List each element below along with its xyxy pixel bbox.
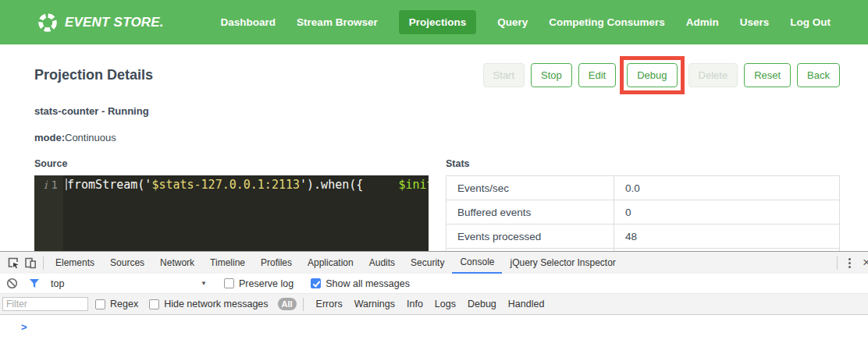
level-filter-info[interactable]: Info (407, 299, 423, 309)
stat-value: 0.0 (614, 176, 840, 200)
level-filter-logs[interactable]: Logs (435, 299, 456, 309)
hide-network-group: Hide network messages (149, 299, 268, 309)
projection-action-buttons: StartStopEditDebugDeleteResetBack (483, 56, 840, 94)
title-row: Projection Details StartStopEditDebugDel… (34, 59, 840, 90)
stat-value: 0 (614, 200, 840, 225)
app-header: EVENT STORE. DashboardStream BrowserProj… (0, 0, 868, 44)
tabbar-right-controls: × (833, 252, 868, 274)
show-all-messages-label: Show all messages (326, 278, 410, 289)
devtools-menu-icon[interactable] (841, 258, 858, 268)
devtools-panel: ElementsSourcesNetworkTimelineProfilesAp… (0, 251, 868, 343)
start-button[interactable]: Start (483, 63, 525, 87)
stat-name: Events/sec (446, 176, 614, 200)
reset-button[interactable]: Reset (744, 63, 791, 87)
device-toolbar-icon[interactable] (22, 254, 39, 271)
page-title: Projection Details (34, 67, 153, 83)
stats-label: Stats (446, 158, 840, 169)
main-nav: DashboardStream BrowserProjectionsQueryC… (221, 10, 831, 34)
show-all-messages-group: Show all messages (311, 278, 410, 289)
nav-item-admin[interactable]: Admin (686, 16, 719, 28)
devtools-tab-profiles[interactable]: Profiles (253, 252, 300, 274)
console-level-filters: ErrorsWarningsInfoLogsDebugHandled (316, 299, 545, 309)
nav-item-competing-consumers[interactable]: Competing Consumers (549, 16, 665, 28)
edit-button[interactable]: Edit (578, 63, 616, 87)
level-filter-handled[interactable]: Handled (508, 299, 545, 309)
regex-checkbox[interactable] (95, 299, 105, 309)
code-line: fromStream('$stats-127.0.0.1:2113').when… (63, 175, 429, 251)
code-token: $stats-127.0.0.1:2113 (151, 178, 300, 192)
code-token: ' (300, 178, 307, 192)
stats-panel: Stats Events/sec0.0Buffered events0Event… (446, 158, 840, 251)
stat-name: Buffered events (446, 200, 614, 225)
execution-context-selector[interactable]: top ▼ (51, 278, 207, 289)
source-code-editor[interactable]: i 1 fromStream('$stats-127.0.0.1:2113').… (34, 175, 429, 251)
devtools-tab-timeline[interactable]: Timeline (202, 252, 253, 274)
projection-details-page: Projection Details StartStopEditDebugDel… (0, 44, 868, 251)
console-filter-funnel-icon[interactable] (26, 275, 43, 292)
detail-columns: Source i 1 fromStream('$stats-127.0.0.1:… (34, 158, 840, 251)
tabbar-right-separator (837, 256, 838, 270)
devtools-close-icon[interactable]: × (858, 255, 868, 271)
devtools-tab-jquery-selector-inspector[interactable]: jQuery Selector Inspector (502, 252, 623, 274)
devtools-tab-network[interactable]: Network (152, 252, 202, 274)
devtools-tab-sources[interactable]: Sources (102, 252, 152, 274)
hide-network-messages-label: Hide network messages (164, 299, 268, 309)
editor-gutter: i 1 (34, 175, 63, 251)
console-filter-bar: Regex Hide network messages All ErrorsWa… (0, 294, 868, 315)
console-toolbar: top ▼ Preserve log Show all messages (0, 274, 868, 294)
nav-item-projections[interactable]: Projections (399, 10, 477, 34)
source-label: Source (34, 158, 429, 169)
code-token: $init: (398, 178, 429, 192)
stop-button[interactable]: Stop (531, 63, 572, 87)
source-panel: Source i 1 fromStream('$stats-127.0.0.1:… (34, 158, 429, 251)
devtools-tabs: ElementsSourcesNetworkTimelineProfilesAp… (48, 252, 624, 274)
projection-status: stats-counter - Running (34, 105, 840, 117)
gutter-info-marker: i (44, 177, 47, 193)
devtools-tab-console[interactable]: Console (452, 252, 502, 274)
logo-text: EVENT STORE. (65, 15, 164, 30)
event-store-logo[interactable]: EVENT STORE. (37, 12, 164, 33)
regex-group: Regex (95, 299, 138, 309)
level-filter-warnings[interactable]: Warnings (354, 299, 395, 309)
context-selector-value: top (51, 278, 64, 289)
stats-row-buffered-events: Buffered events0 (446, 200, 840, 225)
delete-button[interactable]: Delete (688, 63, 738, 87)
level-filter-errors[interactable]: Errors (316, 299, 343, 309)
debug-button[interactable]: Debug (627, 63, 677, 87)
nav-item-log-out[interactable]: Log Out (790, 16, 831, 28)
inspect-element-icon[interactable] (5, 254, 22, 271)
devtools-tab-security[interactable]: Security (403, 252, 452, 274)
nav-item-dashboard[interactable]: Dashboard (221, 16, 276, 28)
hide-network-messages-checkbox[interactable] (149, 299, 159, 309)
preserve-log-label: Preserve log (239, 278, 293, 289)
stats-table: Events/sec0.0Buffered events0Events proc… (446, 175, 840, 251)
back-button[interactable]: Back (797, 63, 840, 87)
nav-item-users[interactable]: Users (740, 16, 770, 28)
nav-item-query[interactable]: Query (497, 16, 528, 28)
preserve-log-checkbox[interactable] (224, 278, 234, 288)
show-all-messages-checkbox[interactable] (311, 278, 321, 288)
console-output[interactable]: > (0, 315, 868, 333)
devtools-tab-elements[interactable]: Elements (48, 252, 102, 274)
preserve-log-group: Preserve log (224, 278, 293, 289)
filter-all-badge[interactable]: All (278, 298, 297, 310)
stat-value: 48 (614, 225, 840, 249)
stats-row-events-sec: Events/sec0.0 (446, 176, 840, 200)
console-prompt-chevron[interactable]: > (21, 321, 27, 333)
level-filter-debug[interactable]: Debug (468, 299, 496, 309)
mode-label: mode: (34, 132, 65, 143)
filterbar-separator (303, 298, 304, 311)
line-number: 1 (52, 177, 58, 193)
stat-name: Events processed (446, 225, 614, 249)
devtools-tab-application[interactable]: Application (300, 252, 361, 274)
context-dropdown-caret-icon: ▼ (201, 280, 207, 287)
code-token: ).when({ (307, 178, 363, 192)
devtools-tab-audits[interactable]: Audits (361, 252, 403, 274)
console-filter-input[interactable] (2, 297, 88, 311)
nav-item-stream-browser[interactable]: Stream Browser (297, 16, 378, 28)
clear-console-icon[interactable] (3, 275, 20, 292)
regex-label: Regex (110, 299, 138, 309)
devtools-tabbar: ElementsSourcesNetworkTimelineProfilesAp… (0, 252, 868, 274)
projection-mode: mode:Continuous (34, 132, 840, 143)
code-token (363, 178, 398, 192)
